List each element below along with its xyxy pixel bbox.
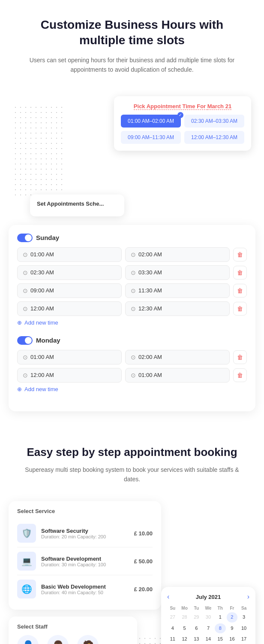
clock-icon: ⊙ (131, 354, 136, 361)
clock-icon: ⊙ (23, 372, 28, 379)
clock-icon: ⊙ (23, 251, 28, 258)
monday-add-time[interactable]: ⊕ Add new time (17, 386, 247, 392)
monday-add-label: Add new time (24, 386, 58, 392)
monday-delete-0[interactable]: 🗑 (233, 350, 247, 364)
cal-day-16[interactable]: 16 (227, 634, 238, 644)
sunday-to-0[interactable]: ⊙ 02:00 AM (125, 247, 230, 262)
monday-to-1-value: 01:00 AM (138, 372, 162, 378)
service-name-1: Software Development (41, 556, 129, 562)
cal-day-27a[interactable]: 27 (167, 612, 178, 622)
schedule-panel: Sunday ⊙ 01:00 AM ⊙ 02:00 AM 🗑 ⊙ 02:30 A… (9, 225, 255, 411)
staff-item-william[interactable]: 👤 William (17, 635, 39, 644)
sunday-delete-2[interactable]: 🗑 (233, 284, 247, 298)
cal-day-6[interactable]: 6 (191, 623, 202, 633)
cal-day-5[interactable]: 5 (179, 623, 190, 633)
cal-day-8[interactable]: 8 (215, 623, 226, 633)
pick-time-date: March 21 (207, 103, 231, 110)
cal-day-14[interactable]: 14 (203, 634, 214, 644)
service-item-0[interactable]: 🛡️ Software Security Duration: 20 min Ca… (17, 519, 153, 547)
cal-day-13[interactable]: 13 (191, 634, 202, 644)
monday-from-0[interactable]: ⊙ 01:00 AM (17, 350, 122, 365)
sunday-to-2[interactable]: ⊙ 11:30 AM (125, 283, 230, 298)
section2-description: Supereasy multi step booking system to b… (17, 465, 247, 484)
sunday-to-3-value: 12:30 AM (138, 305, 162, 312)
clock-icon: ⊙ (23, 305, 28, 312)
appointment-demo: Pick Appointment Time For March 21 01:00… (13, 96, 251, 216)
cal-day-17[interactable]: 17 (238, 634, 249, 644)
time-slot-1[interactable]: 02:30 AM–03:30 AM (184, 115, 244, 128)
sunday-from-3[interactable]: ⊙ 12:00 AM (17, 301, 122, 316)
sunday-from-0[interactable]: ⊙ 01:00 AM (17, 247, 122, 262)
service-name-0: Software Security (41, 528, 129, 534)
cal-day-3[interactable]: 3 (238, 612, 249, 622)
cal-day-10[interactable]: 10 (238, 623, 249, 633)
section2: Easy step by step appointment booking Su… (0, 424, 264, 644)
select-service-label: Select Service (17, 508, 153, 514)
cal-header-fr: Fr (227, 605, 238, 611)
service-info-0: Software Security Duration: 20 min Capac… (41, 528, 129, 539)
calendar-header: ‹ July 2021 › (167, 593, 249, 601)
clock-icon: ⊙ (23, 287, 28, 294)
time-slot-0[interactable]: 01:00 AM–02:00 AM (121, 115, 181, 128)
sunday-to-1[interactable]: ⊙ 03:30 AM (125, 265, 230, 280)
sunday-label: Sunday (36, 234, 59, 241)
sunday-delete-1[interactable]: 🗑 (233, 266, 247, 279)
sunday-to-3[interactable]: ⊙ 12:30 AM (125, 301, 230, 316)
clock-icon: ⊙ (131, 251, 136, 258)
service-item-1[interactable]: 💻 Software Development Duration: 30 min … (17, 547, 153, 575)
cal-header-we: We (203, 605, 214, 611)
staff-grid: 👤 William 👨 Mikel 🧑 Rus (17, 635, 129, 644)
monday-toggle[interactable] (17, 336, 33, 345)
calendar-next[interactable]: › (247, 593, 249, 601)
time-slots-grid: 01:00 AM–02:00 AM 02:30 AM–03:30 AM 09:0… (121, 115, 244, 144)
monday-row-1: ⊙ 12:00 AM ⊙ 01:00 AM 🗑 (17, 368, 247, 383)
clock-icon: ⊙ (131, 372, 136, 379)
cal-header-tu: Tu (191, 605, 202, 611)
sunday-delete-0[interactable]: 🗑 (233, 248, 247, 261)
staff-item-mikel[interactable]: 👨 Mikel (47, 635, 69, 644)
sunday-from-3-value: 12:00 AM (30, 305, 54, 312)
cal-day-30a[interactable]: 30 (203, 612, 214, 622)
monday-from-1[interactable]: ⊙ 12:00 AM (17, 368, 122, 383)
cal-day-1[interactable]: 1 (215, 612, 226, 622)
calendar-prev[interactable]: ‹ (167, 593, 169, 601)
sunday-from-2[interactable]: ⊙ 09:00 AM (17, 283, 122, 298)
cal-header-sa: Sa (238, 605, 249, 611)
monday-to-1[interactable]: ⊙ 01:00 AM (125, 368, 230, 383)
cal-day-9[interactable]: 9 (227, 623, 238, 633)
cal-day-12[interactable]: 12 (179, 634, 190, 644)
cal-day-4[interactable]: 4 (167, 623, 178, 633)
sunday-from-1[interactable]: ⊙ 02:30 AM (17, 265, 122, 280)
monday-from-0-value: 01:00 AM (30, 354, 54, 360)
section1-header: Customize Business Hours with multiple t… (0, 0, 264, 83)
sunday-add-label: Add new time (24, 319, 58, 326)
cal-day-15[interactable]: 15 (215, 634, 226, 644)
monday-from-1-value: 12:00 AM (30, 372, 54, 378)
sunday-add-time[interactable]: ⊕ Add new time (17, 319, 247, 326)
section1-description: Users can set opening hours for their bu… (26, 55, 238, 75)
calendar-grid: Su Mo Tu We Th Fr Sa 27 28 29 30 1 2 3 4… (167, 605, 249, 644)
monday-to-0[interactable]: ⊙ 02:00 AM (125, 350, 230, 365)
sunday-section: Sunday ⊙ 01:00 AM ⊙ 02:00 AM 🗑 ⊙ 02:30 A… (17, 234, 247, 326)
time-slot-2[interactable]: 09:00 AM–11:30 AM (121, 131, 181, 144)
service-item-2[interactable]: 🌐 Basic Web Development Duration: 40 min… (17, 575, 153, 603)
cal-day-29a[interactable]: 29 (191, 612, 202, 622)
cal-day-28a[interactable]: 28 (179, 612, 190, 622)
service-panel: Select Service 🛡️ Software Security Dura… (9, 501, 161, 610)
schedule-card-title: Set Appointments Sche... (37, 200, 117, 207)
cal-day-7[interactable]: 7 (203, 623, 214, 633)
sunday-toggle[interactable] (17, 234, 33, 242)
section1-title: Customize Business Hours with multiple t… (26, 17, 238, 49)
sunday-to-2-value: 11:30 AM (138, 287, 162, 294)
time-slot-3[interactable]: 12:00 AM–12:30 AM (184, 131, 244, 144)
cal-day-11[interactable]: 11 (167, 634, 178, 644)
monday-delete-1[interactable]: 🗑 (233, 368, 247, 382)
cal-header-su: Su (167, 605, 178, 611)
cal-day-2[interactable]: 2 (227, 612, 238, 622)
sunday-delete-3[interactable]: 🗑 (233, 302, 247, 316)
service-meta-2: Duration: 40 min Capacity: 50 (41, 590, 129, 595)
schedule-mini-card: Set Appointments Sche... (30, 194, 124, 216)
sunday-row-1: ⊙ 02:30 AM ⊙ 03:30 AM 🗑 (17, 265, 247, 280)
monday-to-0-value: 02:00 AM (138, 354, 162, 360)
staff-item-rus[interactable]: 🧑 Rus (77, 635, 99, 644)
